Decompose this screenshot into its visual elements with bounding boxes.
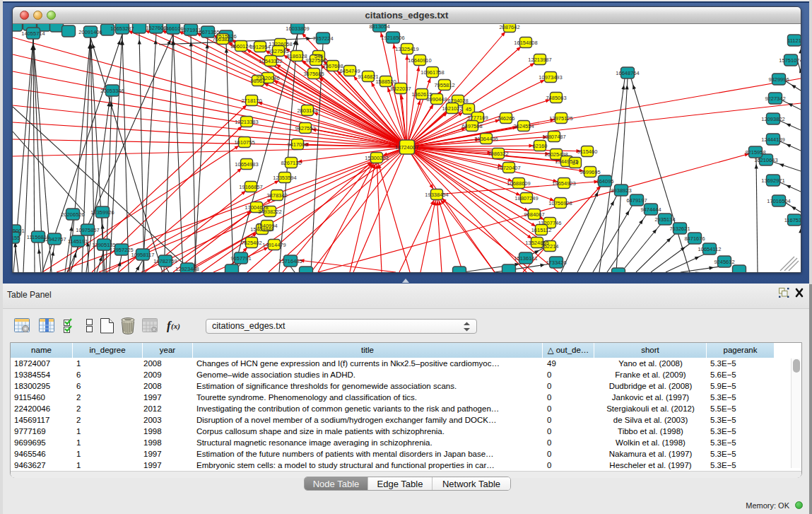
svg-text:9777169: 9777169 bbox=[467, 115, 488, 121]
svg-text:20091406: 20091406 bbox=[78, 29, 102, 35]
svg-text:1615112: 1615112 bbox=[531, 227, 552, 233]
svg-text:16154808: 16154808 bbox=[514, 40, 537, 46]
svg-text:9474444: 9474444 bbox=[640, 206, 661, 213]
svg-text:7632621: 7632621 bbox=[669, 226, 690, 232]
svg-text:13226058: 13226058 bbox=[269, 41, 292, 47]
svg-text:9327505: 9327505 bbox=[268, 48, 288, 54]
svg-text:15300203: 15300203 bbox=[365, 155, 388, 161]
svg-text:3912954: 3912954 bbox=[249, 44, 270, 50]
svg-text:15716485: 15716485 bbox=[278, 258, 302, 264]
svg-text:62160: 62160 bbox=[533, 143, 548, 149]
svg-text:16648764: 16648764 bbox=[616, 70, 639, 76]
svg-text:19654923: 19654923 bbox=[552, 180, 575, 187]
svg-text:8990448: 8990448 bbox=[426, 96, 447, 103]
svg-text:10807487: 10807487 bbox=[542, 134, 565, 140]
svg-text:13325419: 13325419 bbox=[395, 46, 418, 52]
svg-text:12093822: 12093822 bbox=[761, 116, 784, 122]
svg-text:21364436: 21364436 bbox=[474, 136, 498, 142]
svg-text:10654112: 10654112 bbox=[698, 246, 722, 252]
svg-text:8215958: 8215958 bbox=[745, 149, 765, 156]
svg-text:9115460: 9115460 bbox=[577, 148, 598, 155]
svg-text:98962: 98962 bbox=[251, 78, 266, 84]
svg-text:7955812: 7955812 bbox=[434, 82, 454, 88]
svg-text:1621022: 1621022 bbox=[442, 105, 462, 112]
svg-text:10958117: 10958117 bbox=[131, 252, 155, 258]
svg-text:8267130: 8267130 bbox=[281, 160, 301, 166]
svg-text:7485063: 7485063 bbox=[546, 95, 566, 101]
svg-text:8813054: 8813054 bbox=[369, 24, 389, 30]
svg-text:14055714: 14055714 bbox=[21, 30, 45, 37]
svg-text:13975125: 13975125 bbox=[549, 115, 572, 122]
svg-text:11207746: 11207746 bbox=[539, 220, 562, 226]
svg-text:9245612: 9245612 bbox=[714, 259, 734, 265]
svg-text:10654983: 10654983 bbox=[235, 161, 258, 168]
svg-text:18807249: 18807249 bbox=[514, 195, 538, 201]
svg-text:1435001: 1435001 bbox=[13, 228, 25, 234]
svg-text:20053346: 20053346 bbox=[100, 88, 124, 94]
svg-text:19338454: 19338454 bbox=[425, 192, 448, 198]
svg-text:12444139: 12444139 bbox=[761, 136, 784, 143]
svg-text:3878342: 3878342 bbox=[266, 192, 287, 199]
svg-text:17359926: 17359926 bbox=[90, 209, 114, 216]
svg-text:8471676: 8471676 bbox=[684, 235, 705, 242]
svg-text:15720407: 15720407 bbox=[497, 165, 520, 171]
svg-text:7986322: 7986322 bbox=[488, 151, 508, 157]
svg-text:17957225: 17957225 bbox=[110, 247, 133, 253]
svg-text:45: 45 bbox=[466, 106, 471, 112]
svg-text:16782759: 16782759 bbox=[153, 258, 177, 264]
svg-text:10543332: 10543332 bbox=[259, 58, 282, 64]
svg-text:19218506: 19218506 bbox=[381, 35, 404, 41]
svg-text:1733426: 1733426 bbox=[546, 259, 566, 266]
svg-text:9227342: 9227342 bbox=[765, 95, 785, 102]
svg-text:3624554: 3624554 bbox=[513, 123, 534, 129]
svg-text:19166857: 19166857 bbox=[239, 184, 262, 190]
svg-text:6794028: 6794028 bbox=[447, 98, 468, 104]
svg-text:12213987: 12213987 bbox=[528, 57, 551, 63]
svg-text:7625402: 7625402 bbox=[241, 240, 261, 246]
svg-text:8454749: 8454749 bbox=[339, 68, 360, 74]
svg-text:12942757: 12942757 bbox=[42, 236, 66, 243]
svg-text:10973493: 10973493 bbox=[539, 74, 562, 81]
svg-text:12213383: 12213383 bbox=[235, 119, 258, 125]
svg-text:6497568: 6497568 bbox=[461, 123, 482, 129]
svg-text:3675685: 3675685 bbox=[303, 71, 324, 77]
svg-text:10961758: 10961758 bbox=[420, 69, 444, 76]
svg-text:9427552: 9427552 bbox=[295, 125, 315, 132]
svg-text:14914479: 14914479 bbox=[262, 242, 286, 248]
svg-text:13692971: 13692971 bbox=[761, 177, 784, 184]
svg-text:10975857: 10975857 bbox=[76, 227, 99, 233]
svg-text:7357224: 7357224 bbox=[312, 35, 333, 42]
svg-text:34938222: 34938222 bbox=[258, 209, 281, 215]
svg-text:39155: 39155 bbox=[13, 235, 20, 241]
svg-text:8186328: 8186328 bbox=[286, 53, 307, 59]
svg-text:1540994: 1540994 bbox=[257, 223, 277, 229]
svg-text:2803144: 2803144 bbox=[297, 107, 317, 114]
svg-text:20206526: 20206526 bbox=[61, 211, 84, 218]
svg-text:15751074: 15751074 bbox=[779, 57, 801, 64]
svg-text:8660124: 8660124 bbox=[230, 43, 251, 49]
svg-text:164095: 164095 bbox=[596, 178, 613, 185]
svg-text:18724007: 18724007 bbox=[395, 144, 418, 151]
svg-text:15136141: 15136141 bbox=[514, 255, 537, 262]
svg-text:1588520: 1588520 bbox=[375, 78, 396, 85]
svg-text:252214: 252214 bbox=[541, 243, 558, 250]
svg-text:9417006: 9417006 bbox=[287, 141, 307, 148]
svg-text:2718170: 2718170 bbox=[241, 98, 261, 104]
svg-text:9084067: 9084067 bbox=[524, 211, 544, 218]
svg-text:11121: 11121 bbox=[787, 37, 801, 44]
svg-text:10756928: 10756928 bbox=[548, 200, 572, 206]
svg-text:12353594: 12353594 bbox=[273, 175, 296, 181]
svg-text:16033809: 16033809 bbox=[286, 25, 309, 32]
svg-text:7663822: 7663822 bbox=[212, 36, 233, 42]
svg-text:8322037: 8322037 bbox=[390, 86, 411, 92]
svg-text:(x): (x) bbox=[171, 322, 180, 331]
svg-text:84: 84 bbox=[572, 160, 578, 166]
svg-text:2935134: 2935134 bbox=[654, 216, 675, 223]
svg-text:9329996: 9329996 bbox=[768, 76, 789, 83]
svg-text:12923448: 12923448 bbox=[175, 266, 199, 272]
svg-text:10025438: 10025438 bbox=[544, 151, 567, 158]
svg-text:1167534: 1167534 bbox=[784, 217, 801, 223]
svg-text:17016504: 17016504 bbox=[767, 198, 790, 204]
svg-text:16210643: 16210643 bbox=[754, 157, 777, 163]
svg-text:9699695: 9699695 bbox=[579, 169, 600, 175]
